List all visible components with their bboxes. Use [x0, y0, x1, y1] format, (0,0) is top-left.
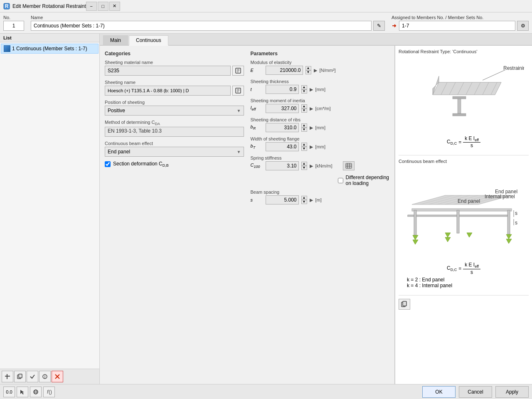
inertia-down[interactable]: ▼ — [301, 108, 307, 113]
beam-spacing-row: Beam spacing s ▲ ▼ ▶ [m] — [251, 190, 390, 204]
diff-loading-checkbox[interactable] — [338, 178, 343, 183]
width-input[interactable] — [266, 142, 299, 151]
distance-up[interactable]: ▲ — [301, 123, 307, 128]
distance-row: Sheeting distance of ribs bR ▲ ▼ ▶ — [251, 117, 390, 132]
svg-marker-47 — [506, 234, 512, 239]
assigned-input[interactable] — [399, 21, 515, 31]
distance-label: Sheeting distance of ribs — [251, 117, 390, 122]
diff-loading-label: Different depending on loading — [346, 175, 390, 186]
sheeting-material-browse-button[interactable] — [232, 66, 244, 76]
spring-arrow: ▶ — [310, 163, 313, 169]
width-down[interactable]: ▼ — [301, 147, 307, 151]
inertia-arrow: ▶ — [310, 106, 313, 111]
modulus-label: Modulus of elasticity — [251, 60, 390, 65]
ok-button[interactable]: OK — [422, 386, 456, 398]
formula2-num: k E Ieff — [463, 262, 480, 269]
distance-input[interactable] — [266, 123, 299, 132]
section-deformation-checkbox[interactable] — [105, 161, 111, 167]
add-button[interactable] — [2, 371, 13, 382]
parameters-title: Parameters — [251, 51, 390, 57]
copy-diagram-button[interactable] — [399, 299, 410, 310]
svg-text:s: s — [515, 210, 517, 216]
k2-label: k = 2 : End panel — [407, 277, 529, 283]
left-panel: List 1 Continuous (Member Sets : 1-7) — [0, 34, 100, 384]
beam-spacing-input[interactable] — [266, 195, 299, 204]
assigned-edit-button[interactable]: ⚙ — [517, 21, 529, 31]
categories-section: Categories Sheeting material name — [105, 51, 244, 209]
beam-spacing-down[interactable]: ▼ — [301, 200, 307, 204]
svg-rect-24 — [458, 99, 461, 113]
sheeting-name-browse-button[interactable] — [232, 86, 244, 96]
method-value: EN 1993-1-3, Table 10.3 — [105, 127, 244, 137]
beam-effect-dropdown[interactable]: End panel ▼ — [105, 147, 244, 157]
formula1-eq: = — [458, 139, 461, 145]
beam-spacing-up[interactable]: ▲ — [301, 196, 307, 200]
spring-label: Spring stiffness — [251, 155, 390, 160]
tab-main[interactable]: Main — [103, 35, 128, 45]
svg-marker-43 — [413, 240, 418, 244]
coordinate-button[interactable]: 0.0 — [3, 387, 15, 397]
svg-text:s: s — [515, 220, 517, 226]
svg-rect-41 — [507, 210, 510, 234]
select-button[interactable] — [17, 387, 28, 397]
list-item-label: 1 Continuous (Member Sets : 1-7) — [12, 46, 87, 52]
copy-button[interactable] — [14, 371, 26, 382]
help-button[interactable] — [30, 387, 42, 397]
check-button[interactable] — [27, 371, 38, 382]
window-title: Edit Member Rotational Restraint — [12, 3, 86, 9]
spring-input[interactable] — [266, 161, 299, 170]
restraint-diagram: Restraining member — [399, 57, 529, 132]
beam-effect-diagram-section: Continuous beam effect — [399, 159, 529, 288]
sheeting-name-input[interactable] — [105, 86, 231, 96]
internal-panel-text: Internal panel — [485, 194, 515, 200]
apply-button[interactable]: Apply — [495, 386, 529, 398]
globe-icon — [33, 389, 39, 395]
name-input[interactable] — [31, 21, 372, 31]
thickness-input[interactable] — [266, 85, 299, 94]
minimize-button[interactable]: − — [86, 2, 97, 11]
formula-button[interactable]: f () — [43, 387, 55, 397]
thickness-up[interactable]: ▲ — [301, 85, 307, 89]
no-input[interactable] — [3, 21, 24, 31]
close-button[interactable]: ✕ — [109, 2, 120, 11]
svg-line-36 — [483, 70, 505, 80]
parameters-section: Parameters Modulus of elasticity E ▲ ▼ — [251, 51, 390, 209]
formula2-eq: = — [458, 266, 461, 271]
spring-special-button[interactable] — [343, 161, 355, 170]
arrow-icon — [392, 23, 397, 29]
name-field-group: Name ✎ — [31, 15, 385, 31]
tab-continuous[interactable]: Continuous — [129, 35, 168, 46]
restraining-member-text: Restraining member — [503, 65, 524, 71]
inertia-input[interactable] — [266, 104, 299, 113]
info-button[interactable]: i — [39, 371, 51, 382]
thickness-down[interactable]: ▼ — [301, 89, 307, 94]
inertia-up[interactable]: ▲ — [301, 104, 307, 108]
maximize-button[interactable]: □ — [98, 2, 108, 11]
modulus-up[interactable]: ▲ — [305, 66, 311, 70]
modulus-symbol: E — [251, 68, 263, 73]
position-dropdown[interactable]: Positive ▼ — [105, 106, 244, 116]
spring-down[interactable]: ▼ — [301, 166, 307, 170]
spring-up[interactable]: ▲ — [301, 162, 307, 166]
sheeting-material-input[interactable] — [105, 66, 231, 76]
modulus-input[interactable] — [266, 66, 303, 75]
svg-text:(): () — [49, 389, 52, 395]
edit-name-button[interactable]: ✎ — [373, 21, 385, 31]
inertia-unit: [cm⁴/m] — [315, 106, 340, 111]
end-panel2-text: End panel — [458, 198, 480, 204]
categories-title: Categories — [105, 51, 244, 57]
cancel-button[interactable]: Cancel — [459, 386, 492, 398]
svg-marker-45 — [445, 237, 451, 242]
assigned-header-label: Assigned to Members No. / Member Sets No… — [392, 15, 529, 20]
list-item[interactable]: 1 Continuous (Member Sets : 1-7) — [1, 44, 99, 54]
section-deformation-label: Section deformation CD,B — [113, 161, 169, 167]
sheeting-material-label: Sheeting material name — [105, 60, 244, 65]
modulus-down[interactable]: ▼ — [305, 70, 311, 74]
modulus-unit: [N/mm²] — [320, 68, 345, 73]
distance-down[interactable]: ▼ — [301, 128, 307, 132]
svg-marker-42 — [413, 235, 418, 240]
width-up[interactable]: ▲ — [301, 143, 307, 147]
delete-button[interactable] — [52, 371, 63, 382]
list-header: List — [0, 34, 99, 42]
width-label: Width of sheeting flange — [251, 136, 390, 141]
